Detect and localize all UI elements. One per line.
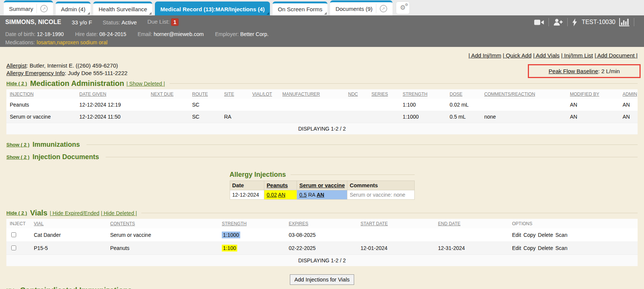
- allergist-link[interactable]: Allergist: [6, 62, 26, 69]
- col-vial[interactable]: VIAL: [30, 219, 107, 228]
- tab-medical-record[interactable]: Medical Record (13):MAR/Injections (4): [155, 2, 270, 15]
- allergy-emergency-link[interactable]: Allergy Emergency Info: [6, 70, 65, 76]
- add-person-icon[interactable]: [553, 19, 563, 26]
- injection-documents-show-link[interactable]: Show ( 2 ): [6, 154, 29, 160]
- tab-admin[interactable]: Admin (4): [56, 2, 91, 15]
- med-admin-table: INJECTION DATE GIVEN NEXT DUE ROUTE SITE…: [6, 89, 638, 134]
- cell-dose: 0.02 mL: [446, 99, 481, 111]
- hide-expired-ended-link[interactable]: Hide Expired/Ended: [50, 210, 99, 216]
- email-field: Email: horner@mieweb.com: [138, 31, 204, 37]
- icon-divider: [567, 18, 568, 26]
- vials-displaying-row: DISPLAYING 1-2 / 2: [6, 255, 638, 266]
- ai-peanuts-admin-link[interactable]: AN: [278, 192, 285, 198]
- cell-strength: 1:100: [218, 241, 285, 255]
- hide-deleted-link[interactable]: Hide Deleted: [101, 210, 137, 216]
- col-admin[interactable]: ADMIN: [619, 89, 638, 99]
- scan-link[interactable]: Scan: [555, 245, 567, 251]
- cell-contents: Peanuts: [107, 241, 218, 255]
- dob-label: Date of birth:: [5, 31, 35, 37]
- cell-series: [368, 99, 399, 111]
- col-date-given[interactable]: DATE GIVEN: [76, 89, 147, 99]
- button-row: Add Injections for Vials: [6, 274, 638, 285]
- flowsheet-chart-icon[interactable]: [619, 18, 629, 26]
- edit-link[interactable]: Edit: [512, 232, 521, 238]
- tab-fold-icon: [324, 12, 327, 15]
- tab-on-screen-forms[interactable]: On Screen Forms: [273, 2, 327, 15]
- col-start-date[interactable]: START DATE: [357, 219, 435, 228]
- inject-checkbox[interactable]: [11, 245, 16, 250]
- injection-documents-section-header: Show ( 2 ) Injection Documents: [6, 153, 638, 161]
- cell-comments: none: [481, 111, 567, 123]
- medication-link-naproxen[interactable]: naproxen sodium oral: [57, 39, 108, 45]
- show-deleted-link[interactable]: Show Deleted: [126, 81, 165, 87]
- section-rule: [291, 175, 415, 175]
- quick-add-link[interactable]: Quick Add: [503, 52, 531, 59]
- cell-vial: P15-5: [30, 241, 107, 255]
- col-manufacturer[interactable]: MANUFACTURER: [279, 89, 345, 99]
- tab-documents[interactable]: Documents (9) ↗: [330, 0, 392, 15]
- col-series[interactable]: SERIES: [368, 89, 399, 99]
- allergy-injections-title: Allergy Injections: [230, 171, 286, 179]
- popout-arrow-icon[interactable]: ↗: [380, 5, 387, 12]
- med-admin-hide-link[interactable]: Hide ( 2 ): [6, 81, 27, 86]
- ai-col-peanuts[interactable]: Peanuts: [264, 181, 297, 190]
- video-camera-icon[interactable]: [534, 19, 544, 26]
- due-list-badge[interactable]: 1: [171, 18, 179, 26]
- inject-checkbox[interactable]: [11, 232, 16, 237]
- inj-imm-list-link[interactable]: Inj/Imm List: [561, 52, 593, 59]
- allergy-injections-table: Date Peanuts Serum or vaccine Comments 1…: [230, 181, 415, 200]
- copy-link[interactable]: Copy: [523, 245, 536, 251]
- tab-health-surveillance[interactable]: Health Surveillance: [93, 2, 152, 15]
- edit-link[interactable]: Edit: [512, 245, 521, 251]
- hire-date-field: Hire date: 08-24-2015: [75, 31, 126, 37]
- patient-banner-row2: Date of birth: 12-18-1990 Hire date: 08-…: [5, 29, 639, 38]
- col-next-due[interactable]: NEXT DUE: [147, 89, 189, 99]
- tab-summary[interactable]: Summary ↗: [4, 0, 53, 15]
- allergy-injections-data-row: 12-12-2024 0.02 AN 0.5 RA AN Serum or va…: [230, 190, 414, 200]
- medication-link-losartan[interactable]: losartan: [37, 39, 57, 45]
- cell-route: SC: [189, 111, 221, 123]
- col-modified-by[interactable]: MODIFIED BY: [567, 89, 619, 99]
- col-strength[interactable]: STRENGTH: [218, 219, 285, 228]
- vials-row-p15-5: P15-5 Peanuts 1:100 02-22-2025 12-01-202…: [6, 241, 638, 255]
- delete-link[interactable]: Delete: [538, 245, 553, 251]
- contraindicated-title: Contraindicated Immunizations: [20, 286, 132, 289]
- lightning-bolt-icon[interactable]: [572, 18, 577, 26]
- quick-links: Add Inj/Imm Quick Add Add Vials Inj/Imm …: [6, 52, 638, 60]
- popout-arrow-icon[interactable]: ↗: [40, 5, 48, 12]
- tab-documents-label: Documents (9): [335, 6, 372, 12]
- contraindicated-hide-link[interactable]: Hide: [6, 287, 17, 289]
- tab-fold-icon: [267, 12, 269, 15]
- settings-gear-icon[interactable]: ⚙⚙: [396, 2, 410, 14]
- col-strength[interactable]: STRENGTH: [399, 89, 446, 99]
- col-expires[interactable]: EXPIRES: [285, 219, 357, 228]
- add-vials-link[interactable]: Add Vials: [533, 52, 559, 59]
- col-end-date[interactable]: END DATE: [435, 219, 509, 228]
- cell-manufacturer: [279, 99, 345, 111]
- ai-col-serum[interactable]: Serum or vaccine: [297, 181, 347, 190]
- col-dose[interactable]: DOSE: [446, 89, 481, 99]
- ai-serum-dose-link[interactable]: 0.5: [299, 192, 306, 198]
- delete-link[interactable]: Delete: [538, 232, 553, 238]
- vials-links: Hide Expired/Ended Hide Deleted: [50, 210, 137, 216]
- col-comments-reaction[interactable]: COMMENTS/REACTION: [481, 89, 567, 99]
- ai-peanuts-dose-link[interactable]: 0.02: [267, 192, 277, 198]
- vials-hide-link[interactable]: Hide ( 2 ): [6, 210, 27, 216]
- scan-link[interactable]: Scan: [555, 232, 567, 238]
- col-site[interactable]: SITE: [221, 89, 249, 99]
- col-vial-lot[interactable]: VIAL/LOT: [249, 89, 279, 99]
- cell-expires: 02-22-2025: [285, 241, 357, 255]
- immunizations-show-link[interactable]: Show ( 2 ): [6, 142, 29, 148]
- add-inj-imm-link[interactable]: Add Inj/Imm: [468, 52, 501, 59]
- add-document-link[interactable]: Add Document: [594, 52, 638, 59]
- col-ndc[interactable]: NDC: [345, 89, 368, 99]
- col-injection[interactable]: INJECTION: [6, 89, 76, 99]
- patient-age-sex: 33 y/o F: [72, 19, 92, 26]
- dob-field: Date of birth: 12-18-1990: [5, 31, 64, 37]
- copy-link[interactable]: Copy: [523, 232, 536, 238]
- col-route[interactable]: ROUTE: [189, 89, 221, 99]
- add-injections-for-vials-button[interactable]: Add Injections for Vials: [290, 274, 354, 285]
- col-contents[interactable]: CONTENTS: [107, 219, 218, 228]
- ai-serum-admin-link[interactable]: AN: [317, 192, 324, 198]
- peak-flow-baseline-link[interactable]: Peak Flow Baseline: [549, 68, 598, 74]
